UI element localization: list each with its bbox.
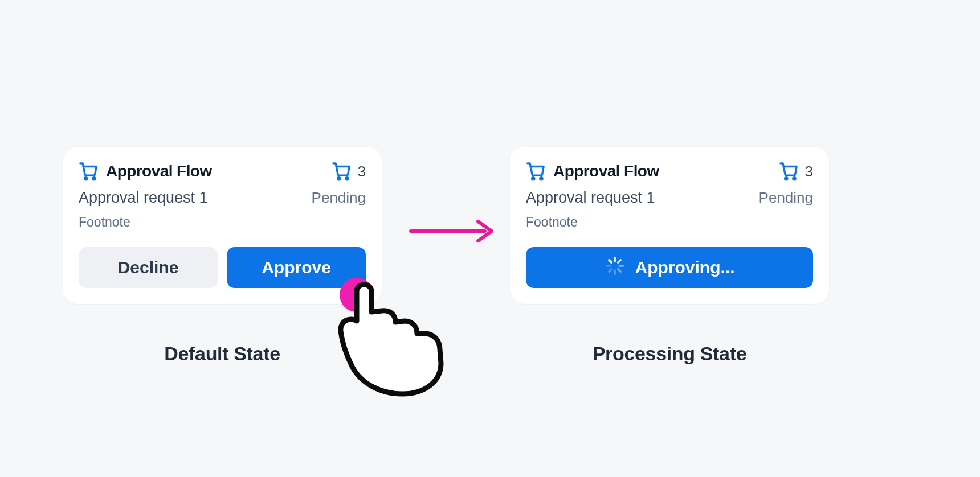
button-row: Decline Approve xyxy=(79,247,366,288)
cart-icon xyxy=(779,162,798,181)
card-subheader: Approval request 1 Pending xyxy=(526,181,813,207)
spinner-icon xyxy=(605,256,625,280)
svg-line-10 xyxy=(618,260,620,262)
approve-button[interactable]: Approve xyxy=(227,247,366,288)
card-header-left: Approval Flow xyxy=(526,162,659,181)
cart-icon xyxy=(332,162,351,181)
request-title: Approval request 1 xyxy=(79,189,208,207)
card-header: Approval Flow 3 xyxy=(526,162,813,181)
svg-point-7 xyxy=(785,178,787,180)
svg-line-14 xyxy=(609,269,611,271)
svg-line-12 xyxy=(618,269,620,271)
svg-point-3 xyxy=(345,178,348,180)
approval-card-processing: Approval Flow 3 Approval request 1 Pendi… xyxy=(510,147,829,304)
card-header-right: 3 xyxy=(332,162,366,181)
decline-button[interactable]: Decline xyxy=(79,247,218,288)
status-label: Pending xyxy=(312,189,366,207)
card-title: Approval Flow xyxy=(553,162,659,180)
approving-button-label: Approving... xyxy=(635,258,735,277)
processing-state-caption: Processing State xyxy=(593,343,746,365)
status-label: Pending xyxy=(759,189,813,207)
card-header: Approval Flow 3 xyxy=(79,162,366,181)
card-subheader: Approval request 1 Pending xyxy=(79,181,366,207)
svg-point-8 xyxy=(793,178,795,180)
svg-point-1 xyxy=(93,178,95,180)
footnote-text: Footnote xyxy=(526,215,813,230)
svg-point-2 xyxy=(337,178,340,180)
button-row: Approving... xyxy=(526,247,813,288)
card-title: Approval Flow xyxy=(106,162,212,180)
svg-point-6 xyxy=(540,178,542,180)
svg-point-5 xyxy=(532,178,534,180)
cart-icon xyxy=(526,162,545,181)
transition-arrow-icon xyxy=(409,218,497,246)
cart-count: 3 xyxy=(805,163,813,180)
approval-card-default: Approval Flow 3 Approval request 1 Pendi… xyxy=(63,147,382,304)
request-title: Approval request 1 xyxy=(526,189,655,207)
card-header-right: 3 xyxy=(779,162,813,181)
cart-count: 3 xyxy=(358,163,366,180)
approve-button-label: Approve xyxy=(262,258,331,277)
footnote-text: Footnote xyxy=(79,215,366,230)
card-header-left: Approval Flow xyxy=(79,162,212,181)
default-state-caption: Default State xyxy=(164,343,280,365)
decline-button-label: Decline xyxy=(118,258,179,277)
approving-button[interactable]: Approving... xyxy=(526,247,813,288)
svg-point-0 xyxy=(85,178,87,180)
processing-state-stage: Approval Flow 3 Approval request 1 Pendi… xyxy=(510,147,829,365)
default-state-stage: Approval Flow 3 Approval request 1 Pendi… xyxy=(63,147,382,365)
cart-icon xyxy=(79,162,98,181)
svg-line-16 xyxy=(609,260,611,262)
